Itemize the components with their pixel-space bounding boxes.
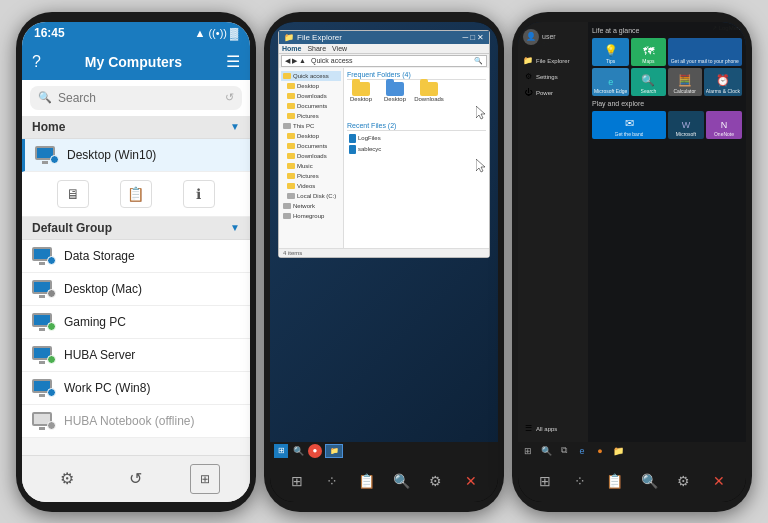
computer-item-desktop-win10[interactable]: Desktop (Win10) [22,139,250,172]
ribbon-share[interactable]: Share [307,45,326,52]
tb3-settings-icon[interactable]: ⚙ [671,468,697,494]
tb3-network-icon[interactable]: ⁘ [567,468,593,494]
tb2-screen-icon[interactable]: ⊞ [284,468,310,494]
address-back-icon[interactable]: ◀ [285,57,290,65]
group-header-home[interactable]: Home ▼ [22,116,250,139]
tile-alarms[interactable]: ⏰ Alarms & Clock [704,68,742,96]
tile-maps[interactable]: 🗺 Maps [631,38,665,66]
sidebar-downloads[interactable]: Downloads [281,91,341,101]
taskbar-folder-icon[interactable]: 📁 [611,444,625,458]
sidebar-desktop2[interactable]: Desktop [281,131,341,141]
address-search-icon[interactable]: 🔍 [474,57,483,65]
recent-file-sablecyc[interactable]: sablecyc [347,144,486,155]
cortana-button[interactable]: 🔍 [539,444,553,458]
tb2-settings-icon[interactable]: ⚙ [423,468,449,494]
win-badge [50,155,59,164]
computer-item-huba-notebook[interactable]: HUBA Notebook (offline) [22,405,250,438]
folder-label: Desktop [384,96,406,102]
tb2-network-icon[interactable]: ⁘ [319,468,345,494]
search-input[interactable] [58,91,219,105]
taskbar-app-icon[interactable]: ● [593,444,607,458]
clipboard-expand-icon[interactable]: 📋 [120,180,152,208]
tb3-screen-icon[interactable]: ⊞ [532,468,558,494]
tb2-clipboard-icon[interactable]: 📋 [354,468,380,494]
start-item-settings[interactable]: ⚙ Settings [521,69,585,85]
tile-icon: ⏰ [716,74,730,87]
computer-item-desktop-mac[interactable]: Desktop (Mac) [22,273,250,306]
sidebar-homegroup[interactable]: Homegroup [281,211,341,221]
tile-edge[interactable]: e Microsoft Edge [592,68,629,96]
tile-outlook[interactable]: W Microsoft [668,111,704,139]
tb2-close-icon[interactable]: ✕ [458,468,484,494]
tile-calculator[interactable]: 🧮 Calculator [668,68,702,96]
fe-item-count: 4 items [283,250,302,256]
remote-app-icon[interactable]: ● [308,444,322,458]
settings-button[interactable]: ⚙ [52,464,82,494]
main-container: 16:45 ▲ ((•)) ▓ ? My Computers ☰ 🔍 ↺ [0,0,768,523]
tb3-close-icon[interactable]: ✕ [706,468,732,494]
tile-tips[interactable]: 💡 Tips [592,38,629,66]
tb3-clipboard-icon[interactable]: 📋 [602,468,628,494]
screen-button[interactable]: ⊞ [190,464,220,494]
fe-folder-downloads[interactable]: Downloads [415,82,443,102]
sidebar-quick-access[interactable]: Quick access [281,71,341,81]
refresh-icon[interactable]: ↺ [225,91,234,104]
sidebar-documents[interactable]: Documents [281,101,341,111]
sidebar-network[interactable]: Network [281,201,341,211]
close-icon[interactable]: ✕ [477,33,484,42]
computer-item-huba-server[interactable]: HUBA Server [22,339,250,372]
info-expand-icon[interactable]: ℹ [183,180,215,208]
taskview-button[interactable]: ⧉ [557,444,571,458]
computer-icon-notebook [32,412,56,430]
computer-item-work-pc[interactable]: Work PC (Win8) [22,372,250,405]
address-up-icon[interactable]: ▲ [299,57,306,64]
disk-icon [287,193,295,199]
search-taskbar-icon[interactable]: 🔍 [291,444,305,458]
tile-mail[interactable]: ✉ Get the band [592,111,666,139]
tile-icon: 💡 [604,44,618,57]
tb2-zoom-icon[interactable]: 🔍 [388,468,414,494]
sidebar-pictures2[interactable]: Pictures [281,171,341,181]
sidebar-downloads2[interactable]: Downloads [281,151,341,161]
ribbon-view[interactable]: View [332,45,347,52]
phone1: 16:45 ▲ ((•)) ▓ ? My Computers ☰ 🔍 ↺ [16,12,256,512]
minimize-icon[interactable]: ─ [462,33,468,42]
tile-icon: W [682,120,691,130]
fe-folder-desktop[interactable]: Desktop [347,82,375,102]
sidebar-documents2[interactable]: Documents [281,141,341,151]
start-button-remote[interactable]: ⊞ [274,444,288,458]
tile-icon: 🔍 [641,74,655,87]
fe-titlebar: 📁 File Explorer ─ □ ✕ [279,31,489,44]
tile-onenote[interactable]: N OneNote [706,111,742,139]
refresh-button[interactable]: ↺ [121,464,151,494]
tile-search[interactable]: 🔍 Search [631,68,665,96]
start-item-file-explorer[interactable]: 📁 File Explorer [521,53,585,69]
fe-folder-desktop2[interactable]: Desktop [381,82,409,102]
file-explorer-taskbar[interactable]: 📁 [325,444,343,458]
start-button[interactable]: ⊞ [521,444,535,458]
group-header-default[interactable]: Default Group ▼ [22,217,250,240]
computer-item-data-storage[interactable]: Data Storage [22,240,250,273]
computer-name-desktop-win10: Desktop (Win10) [67,148,156,162]
maximize-icon[interactable]: □ [470,33,475,42]
sidebar-music[interactable]: Music [281,161,341,171]
recent-file-logfiles[interactable]: LogFiles [347,133,486,144]
menu-icon[interactable]: ☰ [226,52,240,71]
computer-item-gaming-pc[interactable]: Gaming PC [22,306,250,339]
question-icon[interactable]: ? [32,53,41,71]
sidebar-label: Pictures [297,113,319,119]
sidebar-desktop[interactable]: Desktop [281,81,341,91]
start-item-power[interactable]: ⏻ Power [521,85,585,101]
screen-expand-icon[interactable]: 🖥 [57,180,89,208]
address-forward-icon[interactable]: ▶ [292,57,297,65]
sidebar-this-pc[interactable]: This PC [281,121,341,131]
tb3-zoom-icon[interactable]: 🔍 [636,468,662,494]
sidebar-pictures[interactable]: Pictures [281,111,341,121]
ribbon-home[interactable]: Home [282,45,301,52]
ie-icon[interactable]: e [575,444,589,458]
tile-news[interactable]: Get all your mail to your phone [668,38,742,66]
sidebar-label: This PC [293,123,314,129]
sidebar-local-disk[interactable]: Local Disk (C:) [281,191,341,201]
start-item-all-apps[interactable]: ☰ All apps [521,421,585,437]
sidebar-videos[interactable]: Videos [281,181,341,191]
